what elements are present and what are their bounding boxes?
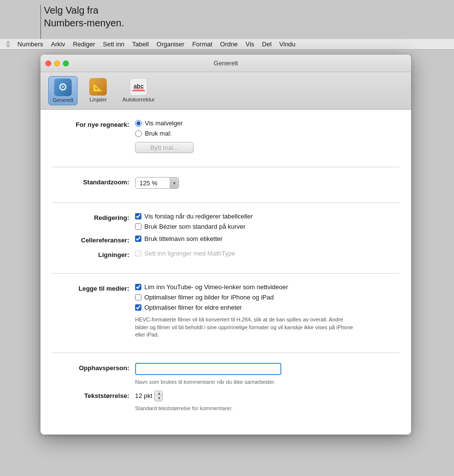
controls-redigering: Vis forslag når du redigerer tabellcelle… bbox=[135, 213, 399, 230]
checkbox-vis-forslag[interactable] bbox=[135, 213, 141, 219]
label-bruk-mal: Bruk mal: bbox=[145, 130, 172, 137]
close-button[interactable] bbox=[45, 60, 51, 66]
row-legge-til-medier: Legge til medier: Lim inn YouTube- og Vi… bbox=[52, 283, 399, 338]
row-standardzoom: Standardzoom: 125 % ▾ bbox=[52, 177, 399, 189]
label-standardzoom: Standardzoom: bbox=[52, 177, 135, 187]
preferences-window: Generelt ⚙ Generelt 📐 Linjaler abc Autok… bbox=[40, 55, 411, 435]
label-youtube: Lim inn YouTube- og Vimeo-lenker som net… bbox=[144, 283, 288, 291]
zoom-arrow-icon: ▾ bbox=[170, 178, 178, 188]
checkbox-bruk-bezier[interactable] bbox=[135, 223, 141, 230]
window-controls bbox=[45, 60, 69, 66]
spinner-up-button[interactable]: ▲ bbox=[155, 391, 163, 396]
spinner-down-button[interactable]: ▼ bbox=[155, 396, 163, 401]
checkbox-ligninger[interactable] bbox=[135, 250, 141, 257]
toolbar-linjaler[interactable]: 📐 Linjaler bbox=[85, 76, 111, 105]
checkbox-row-bruk-bezier: Bruk Bézier som standard på kurver bbox=[135, 223, 399, 230]
label-bruk-tittel: Bruk tittelnavn som etiketter bbox=[144, 235, 222, 242]
label-optimaliser-filmer: Optimaliser filmer og bilder for iPhone … bbox=[144, 294, 274, 301]
label-nye-regneark: For nye regneark: bbox=[52, 119, 135, 129]
checkbox-row-vis-forslag: Vis forslag når du redigerer tabellcelle… bbox=[135, 213, 399, 220]
menubar-sett-inn[interactable]: Sett inn bbox=[99, 40, 128, 49]
zoom-dropdown[interactable]: 125 % ▾ bbox=[135, 177, 179, 189]
radio-row-bruk-mal: Bruk mal: bbox=[135, 130, 399, 137]
tekststorrelse-hint: Standard tekststørrelse for kommentarer. bbox=[135, 405, 399, 411]
abc-icon: abc bbox=[130, 78, 147, 96]
label-ligninger: Ligninger: bbox=[52, 250, 135, 259]
spinner-value: 12 pkt bbox=[135, 392, 152, 399]
label-optimaliser-eldre: Optimaliser filmer for eldre enheter bbox=[144, 304, 242, 311]
row-opphavsperson: Opphavsperson: Navn som brukes til komme… bbox=[52, 363, 399, 385]
annotation-text: Velg Valg fra Numbers-menyen. bbox=[44, 4, 124, 29]
section-nye-regneark: For nye regneark: Vis malvelger Bruk mal… bbox=[52, 119, 399, 167]
toolbar-autokorrektur[interactable]: abc Autokorrektur bbox=[118, 76, 158, 105]
controls-legge-til-medier: Lim inn YouTube- og Vimeo-lenker som net… bbox=[135, 283, 399, 338]
section-legge-til-medier: Legge til medier: Lim inn YouTube- og Vi… bbox=[52, 283, 399, 353]
row-nye-regneark: For nye regneark: Vis malvelger Bruk mal… bbox=[52, 119, 399, 153]
spinner-wrap: 12 pkt ▲ ▼ bbox=[135, 391, 399, 401]
label-legge-til-medier: Legge til medier: bbox=[52, 283, 135, 293]
checkbox-row-optimaliser-eldre: Optimaliser filmer for eldre enheter bbox=[135, 304, 399, 311]
controls-cellereferanser: Bruk tittelnavn som etiketter bbox=[135, 235, 399, 242]
menubar:  Numbers Arkiv Rediger Sett inn Tabell … bbox=[0, 39, 454, 50]
menubar-ordne[interactable]: Ordne bbox=[216, 40, 241, 49]
label-cellereferanser: Cellereferanser: bbox=[52, 235, 135, 245]
menubar-format[interactable]: Format bbox=[188, 40, 216, 49]
toolbar-generelt-label: Generelt bbox=[53, 97, 73, 103]
row-ligninger: Ligninger: Sett inn ligninger med MathTy… bbox=[52, 250, 399, 259]
menubar-del[interactable]: Del bbox=[258, 40, 276, 49]
controls-standardzoom: 125 % ▾ bbox=[135, 177, 399, 189]
checkbox-row-optimaliser-filmer: Optimaliser filmer og bilder for iPhone … bbox=[135, 294, 399, 301]
checkbox-bruk-tittel[interactable] bbox=[135, 236, 141, 242]
opphavsperson-hint: Navn som brukes til kommentarer når du i… bbox=[135, 379, 399, 385]
checkbox-optimaliser-filmer[interactable] bbox=[135, 294, 141, 300]
spinner-buttons: ▲ ▼ bbox=[154, 391, 163, 401]
label-redigering: Redigering: bbox=[52, 213, 135, 222]
opphavsperson-input[interactable] bbox=[135, 363, 281, 375]
label-tekststorrelse: Tekststørrelse: bbox=[52, 391, 135, 400]
menubar-organiser[interactable]: Organiser bbox=[153, 40, 188, 49]
controls-ligninger: Sett inn ligninger med MathType bbox=[135, 250, 399, 257]
window-title: Generelt bbox=[214, 60, 238, 67]
menubar-apple[interactable]:  bbox=[3, 39, 14, 50]
toolbar-generelt[interactable]: ⚙ Generelt bbox=[48, 76, 78, 105]
menubar-rediger[interactable]: Rediger bbox=[69, 40, 99, 49]
checkbox-row-youtube: Lim inn YouTube- og Vimeo-lenker som net… bbox=[135, 283, 399, 291]
ruler-icon: 📐 bbox=[89, 78, 107, 96]
titlebar: Generelt bbox=[40, 55, 411, 72]
controls-opphavsperson: Navn som brukes til kommentarer når du i… bbox=[135, 363, 399, 385]
section-redigering-group: Redigering: Vis forslag når du redigerer… bbox=[52, 213, 399, 274]
toolbar: ⚙ Generelt 📐 Linjaler abc Autokorrektur bbox=[40, 72, 411, 110]
row-tekststorrelse: Tekststørrelse: 12 pkt ▲ ▼ Standard teks… bbox=[52, 391, 399, 411]
minimize-button[interactable] bbox=[54, 60, 60, 66]
hevc-description: HEVC-formaterte filmer vil bli konverter… bbox=[135, 316, 355, 338]
annotation-line bbox=[40, 5, 41, 39]
menubar-numbers[interactable]: Numbers bbox=[14, 40, 47, 49]
maximize-button[interactable] bbox=[63, 60, 69, 66]
bytt-mal-button[interactable]: Bytt mal... bbox=[135, 142, 194, 153]
content-area: For nye regneark: Vis malvelger Bruk mal… bbox=[40, 110, 411, 435]
controls-nye-regneark: Vis malvelger Bruk mal: Bytt mal... bbox=[135, 119, 399, 153]
section-standardzoom: Standardzoom: 125 % ▾ bbox=[52, 177, 399, 203]
checkbox-youtube[interactable] bbox=[135, 284, 141, 290]
radio-bruk-mal[interactable] bbox=[135, 130, 142, 137]
menubar-vis[interactable]: Vis bbox=[241, 40, 258, 49]
zoom-value: 125 % bbox=[136, 178, 170, 188]
checkbox-row-bruk-tittel: Bruk tittelnavn som etiketter bbox=[135, 235, 399, 242]
menubar-arkiv[interactable]: Arkiv bbox=[47, 40, 69, 49]
label-opphavsperson: Opphavsperson: bbox=[52, 363, 135, 373]
checkbox-optimaliser-eldre[interactable] bbox=[135, 304, 141, 311]
radio-vis-malvelger[interactable] bbox=[135, 120, 142, 127]
checkbox-row-ligninger: Sett inn ligninger med MathType bbox=[135, 250, 399, 257]
menubar-vindu[interactable]: Vindu bbox=[276, 40, 299, 49]
section-opphavsperson: Opphavsperson: Navn som brukes til komme… bbox=[52, 363, 399, 425]
label-vis-malvelger: Vis malvelger bbox=[145, 119, 183, 127]
toolbar-linjaler-label: Linjaler bbox=[89, 97, 106, 102]
row-cellereferanser: Cellereferanser: Bruk tittelnavn som eti… bbox=[52, 235, 399, 245]
label-ligninger-option: Sett inn ligninger med MathType bbox=[144, 250, 235, 257]
label-vis-forslag: Vis forslag når du redigerer tabellcelle… bbox=[144, 213, 253, 220]
radio-row-vis-malvelger: Vis malvelger bbox=[135, 119, 399, 127]
row-redigering: Redigering: Vis forslag når du redigerer… bbox=[52, 213, 399, 230]
menubar-tabell[interactable]: Tabell bbox=[128, 40, 153, 49]
gear-icon: ⚙ bbox=[54, 79, 72, 96]
label-bruk-bezier: Bruk Bézier som standard på kurver bbox=[144, 223, 245, 230]
